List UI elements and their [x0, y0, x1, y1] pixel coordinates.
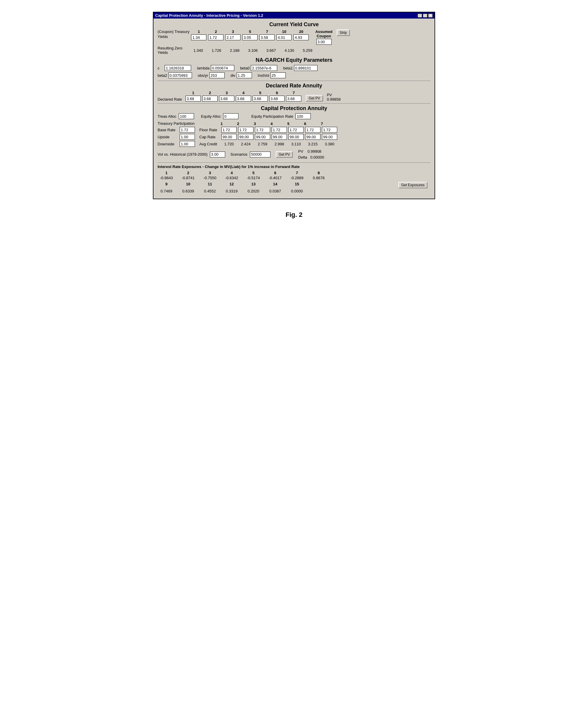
yield-input-3[interactable]	[225, 35, 240, 40]
assumed-coupon-input[interactable]	[316, 39, 332, 45]
exp-header-1: 1	[158, 171, 175, 175]
yield-input-1[interactable]	[191, 35, 206, 40]
main-window: Capital Protection Annuity - Interactive…	[153, 12, 435, 199]
zero-yields-label: Resulting ZeroYields	[158, 46, 190, 55]
cap-rate-input-4[interactable]	[272, 134, 287, 140]
exp-val-12: 0.3319	[223, 189, 240, 193]
lambda-label: lambda	[197, 66, 210, 70]
yield-input-2[interactable]	[208, 35, 224, 40]
floor-rate-input-4[interactable]	[272, 127, 287, 133]
strip-button[interactable]: Strip	[337, 29, 350, 36]
yield-input-7[interactable]	[259, 35, 275, 40]
treasury-participation-label: Treasury Participation	[158, 121, 195, 126]
downside-input[interactable]	[180, 141, 195, 147]
avg-credit-val-7: 3.380	[322, 142, 337, 146]
exp-header-6: 6	[266, 171, 284, 175]
zero-yield-2: 1.726	[212, 48, 226, 53]
scenarios-input[interactable]	[250, 152, 271, 157]
c-label: c	[158, 66, 164, 70]
div-input[interactable]	[237, 73, 252, 78]
floor-rate-input-1[interactable]	[222, 127, 237, 133]
maximize-button[interactable]: □	[423, 14, 427, 18]
close-button[interactable]: ✕	[428, 14, 433, 18]
base-rate-label: Base Rate	[158, 128, 178, 132]
zero-yield-10: 4.130	[285, 48, 299, 53]
floor-rate-input-3[interactable]	[255, 127, 270, 133]
exp-val-14: 0.0387	[266, 189, 284, 193]
downside-label: Downside	[158, 142, 178, 146]
cap-rate-input-5[interactable]	[289, 134, 304, 140]
lambda-input[interactable]	[211, 65, 234, 71]
coupon-treasury-label: (Coupon) TreasuryYields	[158, 29, 189, 39]
exp-val-7: -0.2889	[288, 176, 306, 180]
dr-input-3[interactable]	[219, 96, 234, 102]
exp-val-13: 0.2020	[245, 189, 262, 193]
floor-rate-input-5[interactable]	[289, 127, 304, 133]
cap-rate-input-2[interactable]	[238, 134, 253, 140]
dr-input-5[interactable]	[253, 96, 268, 102]
dr-input-2[interactable]	[202, 96, 217, 102]
cap-rate-input-3[interactable]	[255, 134, 270, 140]
exp-header-11: 11	[201, 182, 219, 188]
exp-header-4: 4	[223, 171, 240, 175]
dr-input-7[interactable]	[286, 96, 301, 102]
avg-credit-val-3: 2.759	[255, 142, 270, 146]
exp-val-4: -0.6342	[223, 176, 240, 180]
yield-input-5[interactable]	[242, 35, 257, 40]
dr-input-4[interactable]	[236, 96, 251, 102]
cpa-get-pv-button[interactable]: Get PV	[276, 151, 293, 158]
instvol-label: InstVol	[258, 73, 269, 78]
equity-participation-label: Equity Participation Rate	[251, 114, 293, 119]
dr-col-header-5: 5	[253, 91, 268, 95]
minimize-button[interactable]: _	[418, 14, 422, 18]
declared-rate-label: Declared Rate	[158, 97, 184, 102]
cpa-delta-value: 0.00000	[311, 155, 324, 160]
vol-input[interactable]	[210, 152, 225, 157]
cap-rate-input-7[interactable]	[322, 134, 337, 140]
zero-yield-3: 2.188	[230, 48, 245, 53]
beta2-input[interactable]	[168, 73, 192, 78]
dr-col-header-1: 1	[186, 91, 201, 95]
exp-header-13: 13	[245, 182, 262, 188]
window-title: Capital Protection Annuity - Interactive…	[155, 13, 263, 18]
yield-input-10[interactable]	[276, 35, 292, 40]
exp-header-15: 15	[288, 182, 306, 188]
declared-rate-title: Declared Rate Annuity	[158, 83, 430, 89]
yield-input-20[interactable]	[293, 35, 309, 40]
exp-val-15: 0.0000	[288, 189, 306, 193]
avg-credit-val-2: 2.424	[238, 142, 253, 146]
beta1-input[interactable]	[294, 65, 317, 71]
base-rate-input[interactable]	[180, 127, 195, 133]
exp-val-3: -0.7550	[201, 176, 219, 180]
cap-rate-input-1[interactable]	[222, 134, 237, 140]
exp-header-9: 9	[158, 182, 175, 188]
c-input[interactable]	[165, 65, 191, 71]
equity-alloc-label: Equity Alloc	[201, 114, 221, 119]
title-bar: Capital Protection Annuity - Interactive…	[153, 12, 435, 19]
floor-rate-input-6[interactable]	[305, 127, 320, 133]
equity-participation-input[interactable]	[295, 113, 311, 119]
dr-input-6[interactable]	[269, 96, 285, 102]
get-exposures-button[interactable]: Get Exposures	[398, 182, 427, 188]
floor-rate-input-7[interactable]	[322, 127, 337, 133]
yield-col-header-7: 7	[259, 29, 274, 34]
declared-get-pv-button[interactable]: Get PV	[306, 95, 323, 102]
cpa-col-header-6: 6	[298, 122, 313, 126]
dr-col-header-4: 4	[236, 91, 251, 95]
exp-val-11: 0.4552	[201, 189, 219, 193]
treas-alloc-input[interactable]	[179, 113, 194, 119]
dr-col-header-6: 6	[270, 91, 284, 95]
instvol-input[interactable]	[271, 73, 286, 78]
div-label: div	[231, 73, 235, 78]
cap-rate-input-6[interactable]	[305, 134, 320, 140]
exp-val-10: 0.6339	[179, 189, 197, 193]
dr-input-1[interactable]	[186, 96, 201, 102]
beta0-input[interactable]	[251, 65, 277, 71]
exp-val-1: -0.9843	[158, 176, 175, 180]
obsyr-input[interactable]	[209, 73, 225, 78]
title-bar-buttons: _ □ ✕	[418, 14, 433, 18]
equity-alloc-input[interactable]	[223, 113, 238, 119]
cpa-pv-label: PV	[298, 149, 303, 154]
floor-rate-input-2[interactable]	[238, 127, 253, 133]
upside-input[interactable]	[180, 134, 195, 140]
